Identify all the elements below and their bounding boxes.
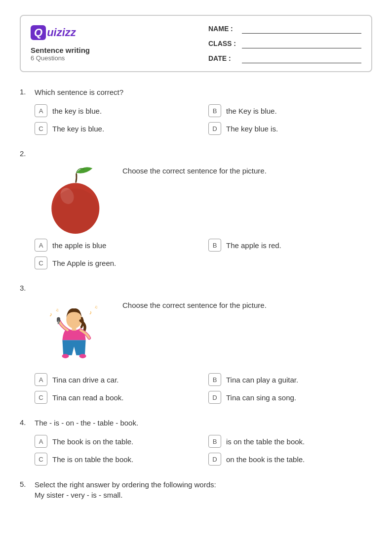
svg-point-7 [66,311,82,329]
question-2-image-row: Choose the correct sentence for the pict… [35,165,372,234]
question-3-num: 3. [20,283,35,292]
question-4: 4. The - is - on - the - table - book. A… [20,418,372,466]
question-1-answers: A the key is blue. B the Key is blue. C … [35,104,372,135]
answer-3a: A Tina can drive a car. [35,373,198,386]
svg-text:♫: ♫ [55,307,59,312]
question-5: 5. Select the right answer by ordering t… [20,479,372,500]
answer-box-1b: B [208,104,221,117]
answer-3d: D Tina can sing a song. [208,391,372,404]
question-5-header: 5. Select the right answer by ordering t… [20,479,372,500]
svg-point-12 [79,354,86,358]
svg-point-11 [62,354,69,358]
svg-text:♪: ♪ [89,309,92,315]
answer-box-2b: B [208,239,221,252]
answer-text-1a: the key is blue. [52,107,102,115]
svg-rect-10 [58,321,60,324]
answer-1d: D The key blue is. [208,122,372,135]
class-line [242,39,361,48]
answer-text-1d: The key blue is. [226,125,278,133]
question-2: 2. Choose the correct [20,149,372,269]
answer-1a: A the key is blue. [35,104,198,117]
header-left: Q uizizz Sentence writing 6 Questions [31,25,208,62]
logo: Q uizizz [31,25,208,40]
question-3: 3. ♪ ♫ ♪ ♫ [20,283,372,404]
answer-text-2c: The Apple is green. [52,259,116,267]
question-1-num: 1. [20,87,35,96]
answer-box-4d: D [208,453,221,466]
answer-4a: A The book is on the table. [35,435,198,448]
apple-image-area [35,165,114,234]
question-5-num: 5. [20,479,35,488]
question-2-header: 2. [20,149,372,158]
answer-box-2c: C [35,256,47,269]
question-3-text: Choose the correct sentence for the pict… [122,299,267,309]
answer-text-3d: Tina can sing a song. [226,393,296,402]
question-3-answers: A Tina can drive a car. B Tina can play … [35,373,372,404]
logo-q: Q [31,25,46,40]
answer-text-4a: The book is on the table. [52,437,133,446]
question-4-num: 4. [20,418,35,427]
class-label: CLASS : [208,40,238,47]
answer-2b: B The apple is red. [208,239,372,252]
answer-box-1a: A [35,104,47,117]
question-5-text: Select the right answer by ordering the … [35,479,216,490]
apple-image [39,165,109,234]
answer-text-1b: the Key is blue. [226,107,277,115]
question-3-header: 3. [20,283,372,292]
question-4-answers: A The book is on the table. B is on the … [35,435,372,466]
question-2-answers: A the apple is blue B The apple is red. … [35,239,372,269]
name-line [242,24,361,34]
answer-box-1c: C [35,122,47,135]
question-1-text: Which sentence is correct? [35,87,123,97]
girl-image-area: ♪ ♫ ♪ ♫ [35,299,114,368]
answer-text-4c: The is on table the book. [52,455,133,464]
date-label: DATE : [208,54,238,62]
answer-3c: C Tina can read a book. [35,391,198,404]
page: Q uizizz Sentence writing 6 Questions NA… [0,0,392,555]
answer-box-4b: B [208,435,221,448]
answer-text-4d: on the book is the table. [226,455,305,464]
logo-text: uizizz [47,26,76,39]
answer-text-2a: the apple is blue [52,241,106,250]
name-label: NAME : [208,25,238,33]
answer-1c: C The key is blue. [35,122,198,135]
question-2-text: Choose the correct sentence for the pict… [122,165,267,175]
answer-4b: B is on the table the book. [208,435,372,448]
quiz-subtitle: 6 Questions [31,54,208,62]
answer-1b: B the Key is blue. [208,104,372,117]
svg-point-2 [52,189,98,233]
answer-text-3a: Tina can drive a car. [52,376,119,384]
answer-3b: B Tina can play a guitar. [208,373,372,386]
class-field-row: CLASS : [208,39,361,48]
answer-2a: A the apple is blue [35,239,198,252]
answer-box-3b: B [208,373,221,386]
svg-text:♫: ♫ [94,304,98,309]
svg-text:♪: ♪ [49,311,52,317]
answer-box-3a: A [35,373,47,386]
question-1: 1. Which sentence is correct? A the key … [20,87,372,135]
date-line [242,53,361,63]
answer-text-4b: is on the table the book. [226,437,305,446]
name-field-row: NAME : [208,24,361,34]
answer-box-1d: D [208,122,221,135]
question-4-header: 4. The - is - on - the - table - book. [20,418,372,428]
question-5-subtext: My sister - very - is - small. [35,490,216,500]
question-1-header: 1. Which sentence is correct? [20,87,372,97]
quiz-title: Sentence writing [31,46,208,54]
girl-image: ♪ ♫ ♪ ♫ [42,299,106,368]
answer-box-2a: A [35,239,47,252]
date-field-row: DATE : [208,53,361,63]
answer-text-3c: Tina can read a book. [52,393,124,402]
answer-4c: C The is on table the book. [35,453,198,466]
answer-4d: D on the book is the table. [208,453,372,466]
header-card: Q uizizz Sentence writing 6 Questions NA… [20,15,372,72]
answer-text-1c: The key is blue. [52,125,104,133]
answer-box-4c: C [35,453,47,466]
answer-2c: C The Apple is green. [35,256,372,269]
answer-text-3b: Tina can play a guitar. [226,376,298,384]
answer-text-2b: The apple is red. [226,241,281,250]
answer-box-3c: C [35,391,47,404]
question-4-text: The - is - on - the - table - book. [35,418,138,428]
question-3-image-row: ♪ ♫ ♪ ♫ [35,299,372,368]
answer-box-4a: A [35,435,47,448]
